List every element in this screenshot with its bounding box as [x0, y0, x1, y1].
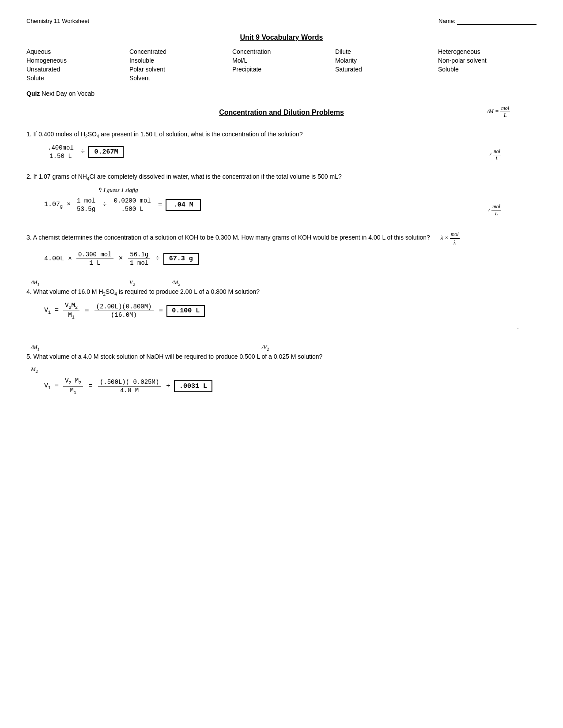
vocab-item: Aqueous: [26, 48, 125, 56]
vocab-item: Solute: [26, 74, 125, 82]
problem-3-fraction1: 0.300 mol 1 L: [76, 251, 113, 266]
vocab-item: Precipitate: [232, 65, 331, 73]
vocab-item: [438, 74, 537, 82]
vocab-item: [232, 74, 331, 82]
problem-5-m2-annotation: M2: [31, 366, 537, 374]
problem-2-text: 2. If 1.07 grams of NH4Cl are completely…: [26, 172, 537, 182]
problem-1-text: 1. If 0.400 moles of H2SO4 are present i…: [26, 130, 537, 140]
problem-5-fraction2: (.500L)( 0.025M) 4.0 M: [98, 379, 161, 394]
problem-1: 1. If 0.400 moles of H2SO4 are present i…: [26, 130, 537, 160]
problem-4-answer: 0.100 L: [166, 305, 205, 317]
problem-3-answer: 67.3 g: [163, 253, 199, 265]
name-line: [457, 18, 537, 25]
problem-4-fraction2: (2.00L)(0.800M) (16.0M): [94, 303, 154, 319]
problems-section: Concentration and Dilution Problems /M =…: [26, 109, 537, 395]
problem-5-v1: V1 =: [44, 382, 59, 390]
vocab-item: [335, 74, 434, 82]
vocab-item: Concentration: [232, 48, 331, 56]
vocab-item: Mol/L: [232, 56, 331, 64]
quiz-line: Quiz Next Day on Vocab: [26, 90, 537, 97]
problem-3-number: 3.: [26, 234, 32, 241]
problem-4-text: 4. What volume of 16.0 M H2SO4 is requir…: [26, 287, 537, 297]
molarity-formula-annotation: /M = mol L: [487, 105, 510, 119]
problem-4-math: V1 = V2M2 M1 = (2.00L)(0.800M) (16.0M) =…: [44, 302, 537, 320]
problem-4-dot: .: [26, 323, 519, 330]
vocab-item: Non-polar solvent: [438, 56, 537, 64]
vocab-item: Insoluble: [129, 56, 228, 64]
problem-3-annotation-inline: λ × mol λ: [441, 234, 460, 241]
problem-1-work: .400mol 1.50 L ÷ 0.267M: [44, 144, 537, 160]
problem-1-annotation: / nol L: [490, 148, 501, 162]
page-header: Chemistry 11 Worksheet Name:: [26, 18, 537, 25]
problem-3-math: 4.00L × 0.300 mol 1 L × 56.1g 1 mol ÷ 67…: [44, 251, 537, 266]
vocab-item: Homogeneous: [26, 56, 125, 64]
problem-2-answer: .04 M: [166, 199, 201, 211]
problem-1-math: .400mol 1.50 L ÷ 0.267M: [44, 144, 537, 160]
problem-4-v1: V1 =: [44, 307, 59, 315]
problem-2-number: 2.: [26, 173, 32, 180]
problem-5-math: V1 = V2 M2 M1 = (.500L)( 0.025M) 4.0 M ÷…: [44, 377, 537, 395]
problem-5-answer: .0031 L: [174, 380, 212, 392]
vocab-item: Molarity: [335, 56, 434, 64]
problem-3: 3. A chemist determines the concentratio…: [26, 230, 537, 266]
quiz-label: Quiz: [26, 90, 40, 97]
problem-4-fraction1: V2M2 M1: [63, 302, 79, 320]
problem-2-annotation: / mol L: [488, 203, 501, 217]
vocab-item: Dilute: [335, 48, 434, 56]
problem-2-coeff: 1.07g ×: [44, 201, 71, 209]
problem-5-text: 5. What volume of a 4.0 M stock solution…: [26, 352, 537, 361]
worksheet-title: Chemistry 11 Worksheet: [26, 18, 89, 24]
problem-5-top-annotations: /M1 /V2: [31, 344, 537, 352]
problem-2-fraction2: 0.0200 mol .500 L: [112, 197, 153, 213]
problem-2: 2. If 1.07 grams of NH4Cl are completely…: [26, 172, 537, 213]
vocab-title: Unit 9 Vocabulary Words: [26, 34, 537, 41]
problem-3-fraction2: 56.1g 1 mol: [128, 251, 150, 266]
problem-5-work: V1 = V2 M2 M1 = (.500L)( 0.025M) 4.0 M ÷…: [44, 377, 537, 395]
problems-title: Concentration and Dilution Problems: [219, 109, 344, 116]
problem-2-note: ↰ I guess 1 sigfig: [97, 187, 537, 194]
problem-5-number: 5.: [26, 353, 32, 360]
problem-2-math: 1.07g × 1 mol 53.5g ÷ 0.0200 mol .500 L …: [44, 197, 537, 213]
vocab-grid: Aqueous Concentrated Concentration Dilut…: [26, 48, 537, 82]
problem-5-fraction1: V2 M2 M1: [63, 377, 83, 395]
vocab-item: Polar solvent: [129, 65, 228, 73]
problem-4-work: V1 = V2M2 M1 = (2.00L)(0.800M) (16.0M) =…: [44, 302, 537, 320]
name-label: Name:: [438, 18, 455, 24]
vocab-item: Saturated: [335, 65, 434, 73]
problem-1-fraction: .400mol 1.50 L: [46, 144, 76, 160]
name-field: Name:: [438, 18, 537, 25]
vocab-item: Concentrated: [129, 48, 228, 56]
problem-1-number: 1.: [26, 131, 32, 138]
vocab-item: Soluble: [438, 65, 537, 73]
problem-3-work: 4.00L × 0.300 mol 1 L × 56.1g 1 mol ÷ 67…: [44, 251, 537, 266]
vocab-item: Heterogeneous: [438, 48, 537, 56]
problem-5: /M1 /V2 5. What volume of a 4.0 M stock …: [26, 344, 537, 395]
problem-3-text: 3. A chemist determines the concentratio…: [26, 230, 537, 247]
problem-3-vol: 4.00L ×: [44, 255, 72, 263]
vocab-item: Solvent: [129, 74, 228, 82]
problem-2-work: 1.07g × 1 mol 53.5g ÷ 0.0200 mol .500 L …: [44, 197, 537, 213]
problem-4-annotations: /M1 V2 /M2: [31, 279, 537, 287]
problem-1-answer: 0.267M: [88, 146, 124, 158]
problem-2-fraction1: 1 mol 53.5g: [75, 197, 97, 213]
vocab-item: Unsaturated: [26, 65, 125, 73]
problem-4-number: 4.: [26, 288, 32, 295]
problem-4: /M1 V2 /M2 4. What volume of 16.0 M H2SO…: [26, 279, 537, 330]
